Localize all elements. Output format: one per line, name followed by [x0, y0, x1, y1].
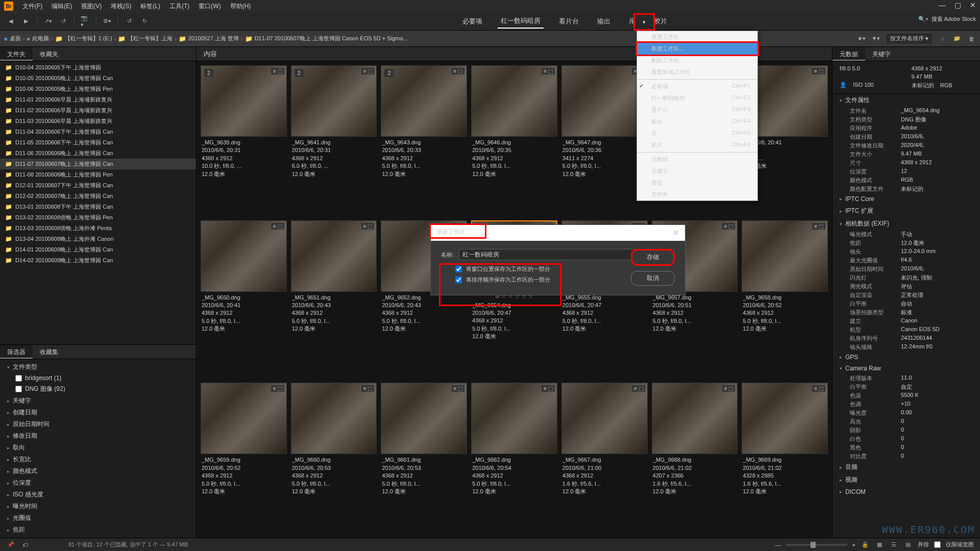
folder-item[interactable]: 📁D13-03 20100608傍晚 上海外滩 Penta — [0, 223, 196, 234]
dropdown-item[interactable]: 关键字 — [637, 165, 757, 177]
dropdown-item[interactable]: 杠一数码暗房Ctrl+F2 — [637, 92, 757, 104]
minimize-icon[interactable]: — — [937, 1, 947, 9]
rotate-cw-icon[interactable]: ↻ — [140, 17, 149, 26]
detail-view-icon[interactable]: ▤ — [903, 540, 913, 549]
close-icon[interactable]: ✕ — [968, 1, 978, 9]
dialog-close-icon[interactable]: ✕ — [672, 228, 679, 238]
dropdown-item[interactable]: ✓必要项Ctrl+F1 — [637, 81, 757, 92]
folder-item[interactable]: 📁D14-01 20100609晚上 上海世博园 Can — [0, 244, 196, 255]
filter-group[interactable]: ▸颜色模式 — [0, 465, 196, 477]
workspace-dropdown-button[interactable]: ▾ — [633, 13, 655, 31]
menu-help[interactable]: 帮助(H) — [230, 2, 251, 11]
zoom-in-icon[interactable]: + — [852, 542, 855, 548]
bc-drive[interactable]: 📁【杠一专辑】1 (E:) — [55, 35, 112, 42]
bc-folder2[interactable]: 📁20100527 上海 世博 — [179, 35, 239, 42]
folder-item[interactable]: 📁D11-05 20100606下午 上海世博园 Can — [0, 137, 196, 148]
cancel-button[interactable]: 取消 — [631, 271, 675, 286]
meta-section-header[interactable]: ▾Camera Raw — [832, 363, 980, 374]
grid-view-icon[interactable]: ▦ — [875, 540, 884, 549]
thumbnail-item[interactable]: 2≡ ⬚_MG_9641.dng2010/6/6, 20:314368 x 29… — [291, 65, 377, 216]
folder-item[interactable]: 📁D13-04 20100608晚上 上海外滩 Canon — [0, 234, 196, 244]
bc-desktop[interactable]: ■桌面 — [4, 35, 21, 42]
dropdown-item[interactable]: 看片台Ctrl+F3 — [637, 104, 757, 116]
tab-favorites[interactable]: 收藏夹 — [33, 47, 65, 61]
rotate-ccw-icon[interactable]: ↺ — [125, 17, 134, 26]
folder-item[interactable]: 📁D13-02 20100608傍晚 上海世博园 Pen — [0, 212, 196, 223]
pin-icon[interactable]: 📌 — [6, 540, 15, 549]
zoom-out-icon[interactable]: — — [775, 542, 781, 548]
meta-section-header[interactable]: ▸GPS — [832, 352, 980, 363]
filter-group[interactable]: ▸焦距 — [0, 524, 196, 536]
sort-asc-icon[interactable]: ↑ — [938, 34, 947, 43]
menu-tools[interactable]: 工具(T) — [169, 2, 189, 11]
filter-group[interactable]: ▸ISO 感光度 — [0, 489, 196, 500]
forward-icon[interactable]: ▶ — [21, 17, 31, 26]
folder-item[interactable]: 📁D11-02 20100606早晨 上海埔新路复兴 — [0, 105, 196, 116]
bc-folder1[interactable]: 📁【杠一专辑】上海 — [118, 35, 173, 42]
boomerang-icon[interactable]: ↺ — [59, 17, 68, 26]
back-icon[interactable]: ◀ — [6, 17, 15, 26]
filter-funnel-icon[interactable]: ▼▾ — [871, 34, 880, 43]
folder-item[interactable]: 📁D13-01 20100608下午 上海世博园 Can — [0, 202, 196, 212]
thumbnail-item[interactable]: ≡ ⬚_MG_9667.dng2010/6/6, 21:004368 x 291… — [561, 383, 648, 534]
thumbnail-item[interactable]: ≡ ⬚_MG_9662.dng2010/6/6, 20:544368 x 291… — [471, 383, 557, 534]
ws-tab-lighttable[interactable]: 看片台 — [556, 15, 582, 28]
menu-label[interactable]: 标签(L) — [140, 2, 160, 11]
folder-item[interactable]: 📁D12-01 20100607下午 上海世博园 Can — [0, 180, 196, 191]
folder-item[interactable]: 📁D11-03 20100606早晨 上海埔新路复兴 — [0, 116, 196, 127]
folder-item[interactable]: 📁D11-06 20100606晚上 上海世博园 Can — [0, 148, 196, 159]
thumbnail-item[interactable]: ≡ ⬚_MG_9650.dng2010/6/6, 20:414368 x 291… — [201, 220, 287, 379]
menu-stack[interactable]: 堆栈(S) — [111, 2, 131, 11]
filter-group[interactable]: ▸位深度 — [0, 477, 196, 489]
ws-tab-essentials[interactable]: 必要项 — [459, 15, 485, 28]
folder-item[interactable]: 📁D11-01 20100606早晨 上海埔新路复兴 — [0, 94, 196, 105]
bc-computer[interactable]: ■此电脑 — [27, 35, 49, 42]
camera-icon[interactable]: 📷▾ — [81, 17, 90, 26]
menu-edit[interactable]: 编辑(E) — [52, 2, 72, 11]
filter-group[interactable]: ▸修改日期 — [0, 430, 196, 442]
dropdown-item[interactable]: 输出Ctrl+F4 — [637, 116, 757, 128]
thumbnail-item[interactable]: ≡ ⬚_MG_9660.dng2010/6/6, 20:534368 x 291… — [291, 383, 377, 534]
new-folder-icon[interactable]: 📁 — [952, 34, 962, 43]
thumbnail-item[interactable]: ≡ ⬚_MG_9658.dng2010/6/6, 20:524368 x 291… — [742, 220, 828, 379]
filter-group[interactable]: ▸曝光时间 — [0, 500, 196, 512]
dropdown-item[interactable]: 新建工作区... — [635, 41, 759, 56]
lock-icon[interactable]: 🔒 — [861, 540, 870, 549]
trash-icon[interactable]: 🗑 — [967, 34, 976, 43]
thumbnail-item[interactable]: ≡ ⬚_MG_9661.dng2010/6/6, 20:534368 x 291… — [381, 383, 467, 534]
filter-checkbox-item[interactable]: bridgesort (1) — [0, 373, 196, 383]
thumbnail-item[interactable]: ≡ ⬚_MG_9668.dng2010/6/6, 21:024207 x 236… — [652, 383, 738, 534]
folder-item[interactable]: 📁D11-07 20100607晚上 上海世博园 Can — [0, 159, 196, 169]
folder-item[interactable]: 📁D10-06 20100605晚上 上海世博园 Pen — [0, 84, 196, 94]
tag-icon[interactable]: 🏷 — [20, 540, 30, 549]
filter-group[interactable]: ▸关键字 — [0, 395, 196, 407]
meta-section-header[interactable]: ▸IPTC 扩展 — [832, 205, 980, 217]
meta-section-header[interactable]: ▾文件属性 — [832, 94, 980, 107]
filter-group[interactable]: ▾文件类型 — [0, 361, 196, 373]
zoom-slider[interactable] — [786, 544, 847, 546]
list-view-icon[interactable]: ☰ — [889, 540, 898, 549]
filter-group[interactable]: ▸光圈值 — [0, 512, 196, 524]
thumbnail-item[interactable]: ≡ ⬚_MG_9669.dng2010/6/6, 21:024328 x 288… — [742, 383, 828, 534]
maximize-icon[interactable]: ▢ — [952, 1, 963, 9]
thumbnail-item[interactable]: 2≡ ⬚_MG_9643.dng2010/6/6, 20:334368 x 29… — [381, 65, 467, 216]
dropdown-item[interactable]: 元数据 — [637, 154, 757, 165]
thumbnail-item[interactable]: ≡ ⬚_MG_9646.dng2010/6/6, 20:354368 x 291… — [471, 65, 557, 216]
sort-dropdown[interactable]: 按文件名排序 ▾ — [886, 33, 933, 44]
dropdown-item[interactable]: 重置标准工作区 — [637, 66, 757, 78]
save-button[interactable]: 存储 — [631, 249, 675, 266]
meta-section-header[interactable]: ▸音频 — [832, 461, 980, 473]
folder-item[interactable]: 📁D10-04 20100605下午 上海世博园 — [0, 62, 196, 73]
menu-view[interactable]: 视图(V) — [81, 2, 102, 11]
meta-section-header[interactable]: ▾相机数据 (EXIF) — [832, 217, 980, 230]
filter-group[interactable]: ▸原始日期时间 — [0, 418, 196, 430]
save-sort-order-checkbox[interactable] — [455, 277, 462, 283]
meta-section-header[interactable]: ▸DICOM — [832, 486, 980, 497]
search-box[interactable]: 🔍▾ 搜索 Adobe Stock — [918, 15, 976, 23]
thumbnail-item[interactable]: 2≡ ⬚_MG_9639.dng2010/6/6, 20:314368 x 29… — [201, 65, 287, 216]
menu-file[interactable]: 文件(F) — [22, 2, 42, 11]
filter-group[interactable]: ▸长宽比 — [0, 454, 196, 465]
ws-tab-output[interactable]: 输出 — [594, 15, 614, 28]
filter-checkbox-item[interactable]: DNG 图像 (92) — [0, 383, 196, 395]
ws-tab-custom[interactable]: 杠一数码暗房 — [498, 14, 544, 29]
